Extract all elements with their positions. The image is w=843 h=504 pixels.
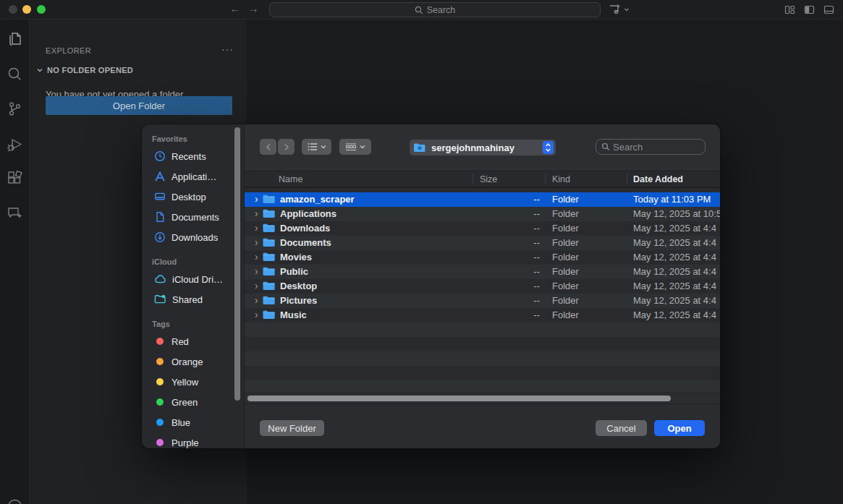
disclosure-chevron-icon[interactable]: › bbox=[255, 309, 258, 320]
sidebar-item-downloads[interactable]: Downloads bbox=[142, 227, 244, 247]
disclosure-chevron-icon[interactable]: › bbox=[255, 208, 258, 219]
sidebar-item-yellow[interactable]: Yellow bbox=[142, 372, 244, 392]
file-kind: Folder bbox=[552, 223, 579, 234]
column-header-size[interactable]: Size bbox=[480, 174, 497, 184]
dialog-footer: New Folder Cancel Open bbox=[245, 403, 720, 448]
sidebar-item-label: Desktop bbox=[171, 192, 206, 202]
file-row-amazon_scraper[interactable]: ›amazon_scraper--FolderToday at 11:03 PM bbox=[245, 192, 720, 207]
file-row-Music[interactable]: ›Music--FolderMay 12, 2025 at 4:4 bbox=[245, 308, 720, 323]
minimize-window-button[interactable] bbox=[22, 5, 31, 14]
sidebar-item-applicati[interactable]: Applicati… bbox=[142, 166, 244, 187]
file-row-Pictures[interactable]: ›Pictures--FolderMay 12, 2025 at 4:4 bbox=[245, 294, 720, 308]
sidebar-item-label: Blue bbox=[171, 417, 190, 428]
dialog-toolbar: sergejohnmahinay Search bbox=[245, 124, 720, 171]
disclosure-chevron-icon[interactable]: › bbox=[255, 294, 258, 306]
disclosure-chevron-icon[interactable]: › bbox=[255, 236, 258, 248]
sidebar-item-label: Downloads bbox=[171, 232, 218, 243]
forward-arrow-icon[interactable]: → bbox=[246, 2, 260, 14]
tag-dot bbox=[154, 338, 166, 345]
extensions-icon[interactable] bbox=[6, 169, 24, 187]
column-header-name[interactable]: Name bbox=[279, 174, 302, 184]
new-folder-button[interactable]: New Folder bbox=[260, 420, 324, 436]
dialog-search-field[interactable]: Search bbox=[596, 139, 706, 155]
back-arrow-icon[interactable]: ← bbox=[228, 2, 242, 14]
column-header-kind[interactable]: Kind bbox=[552, 174, 570, 184]
horizontal-scrollbar-thumb[interactable] bbox=[247, 396, 671, 401]
horizontal-scrollbar[interactable] bbox=[245, 393, 720, 403]
sidebar-item-documents[interactable]: Documents bbox=[142, 207, 244, 227]
group-view-button[interactable] bbox=[339, 139, 371, 155]
search-icon[interactable] bbox=[6, 65, 24, 83]
file-name: Applications bbox=[280, 208, 336, 219]
disclosure-chevron-icon[interactable]: › bbox=[255, 222, 258, 234]
file-size: -- bbox=[480, 295, 540, 306]
disclosure-chevron-icon[interactable]: › bbox=[255, 280, 258, 291]
sidebar-item-red[interactable]: Red bbox=[142, 331, 244, 351]
chat-icon[interactable] bbox=[6, 204, 24, 222]
sidebar-item-purple[interactable]: Purple bbox=[142, 432, 244, 448]
dialog-main: sergejohnmahinay Search Name Size Kind D… bbox=[245, 124, 720, 448]
sidebar-item-blue[interactable]: Blue bbox=[142, 412, 244, 432]
file-size: -- bbox=[480, 208, 540, 219]
forward-button[interactable] bbox=[278, 139, 295, 155]
tag-dot bbox=[154, 419, 166, 426]
folder-icon bbox=[263, 209, 275, 221]
desktop-icon bbox=[154, 191, 166, 202]
sidebar-item-label: Green bbox=[171, 397, 198, 408]
explorer-title: EXPLORER bbox=[46, 46, 91, 55]
download-icon bbox=[154, 231, 166, 243]
column-header-date-added[interactable]: Date Added bbox=[633, 174, 683, 184]
file-kind: Folder bbox=[552, 295, 579, 306]
customize-layout-icon[interactable] bbox=[784, 4, 795, 15]
run-debug-icon[interactable] bbox=[6, 136, 24, 154]
zoom-window-button[interactable] bbox=[37, 5, 46, 14]
sidebar-item-label: iCloud Dri… bbox=[172, 274, 223, 285]
file-row-Documents[interactable]: ›Documents--FolderMay 12, 2025 at 4:4 bbox=[245, 236, 720, 250]
file-row-Public[interactable]: ›Public--FolderMay 12, 2025 at 4:4 bbox=[245, 265, 720, 279]
sidebar-item-label: Yellow bbox=[171, 377, 198, 388]
titlebar-search-box[interactable]: Search bbox=[269, 2, 601, 17]
disclosure-chevron-icon[interactable]: › bbox=[255, 265, 258, 277]
source-control-icon[interactable] bbox=[6, 100, 24, 118]
sidebar-item-desktop[interactable]: Desktop bbox=[142, 187, 244, 207]
file-row-Movies[interactable]: ›Movies--FolderMay 12, 2025 at 4:4 bbox=[245, 250, 720, 265]
file-kind: Folder bbox=[552, 266, 579, 277]
location-stepper[interactable] bbox=[543, 141, 554, 154]
more-actions-button[interactable]: ··· bbox=[221, 43, 234, 55]
tag-dot bbox=[154, 398, 166, 406]
cancel-button[interactable]: Cancel bbox=[596, 420, 647, 436]
chevron-down-icon bbox=[35, 66, 44, 74]
no-folder-opened-section[interactable]: NO FOLDER OPENED bbox=[35, 66, 133, 74]
file-row-Downloads[interactable]: ›Downloads--FolderMay 12, 2025 at 4:4 bbox=[245, 221, 720, 236]
folder-icon bbox=[263, 267, 275, 278]
sidebar-item-recents[interactable]: Recents bbox=[142, 146, 244, 166]
sidebar-section-header: iCloud bbox=[152, 257, 244, 266]
column-divider bbox=[473, 174, 473, 184]
folder-icon bbox=[263, 296, 275, 307]
file-row-Desktop[interactable]: ›Desktop--FolderMay 12, 2025 at 4:4 bbox=[245, 279, 720, 294]
disclosure-chevron-icon[interactable]: › bbox=[255, 251, 258, 262]
toggle-sidebar-icon[interactable] bbox=[804, 4, 815, 15]
group-view-icon bbox=[345, 142, 357, 152]
sidebar-item-iclouddri[interactable]: iCloud Dri… bbox=[142, 269, 244, 289]
sidebar-scrollbar[interactable] bbox=[234, 127, 240, 401]
file-row-Applications[interactable]: ›Applications--FolderMay 12, 2025 at 10:… bbox=[245, 207, 720, 221]
folder-icon bbox=[263, 281, 275, 293]
sidebar-item-orange[interactable]: Orange bbox=[142, 351, 244, 372]
search-icon bbox=[601, 142, 610, 151]
back-button[interactable] bbox=[260, 139, 276, 155]
sidebar-item-label: Red bbox=[171, 336, 189, 347]
account-icon[interactable] bbox=[6, 497, 24, 504]
sidebar-item-shared[interactable]: Shared bbox=[142, 289, 244, 309]
close-window-button[interactable] bbox=[9, 5, 17, 14]
sidebar-item-green[interactable]: Green bbox=[142, 392, 244, 412]
location-dropdown[interactable]: sergejohnmahinay bbox=[410, 140, 556, 155]
disclosure-chevron-icon[interactable]: › bbox=[255, 193, 258, 205]
open-folder-button[interactable]: Open Folder bbox=[46, 96, 232, 115]
toggle-panel-icon[interactable] bbox=[823, 4, 834, 15]
screen-share-button[interactable] bbox=[608, 3, 630, 16]
explorer-files-icon[interactable] bbox=[6, 30, 24, 48]
screen-share-icon bbox=[608, 3, 622, 16]
list-view-button[interactable] bbox=[302, 139, 331, 155]
open-button[interactable]: Open bbox=[654, 420, 705, 436]
